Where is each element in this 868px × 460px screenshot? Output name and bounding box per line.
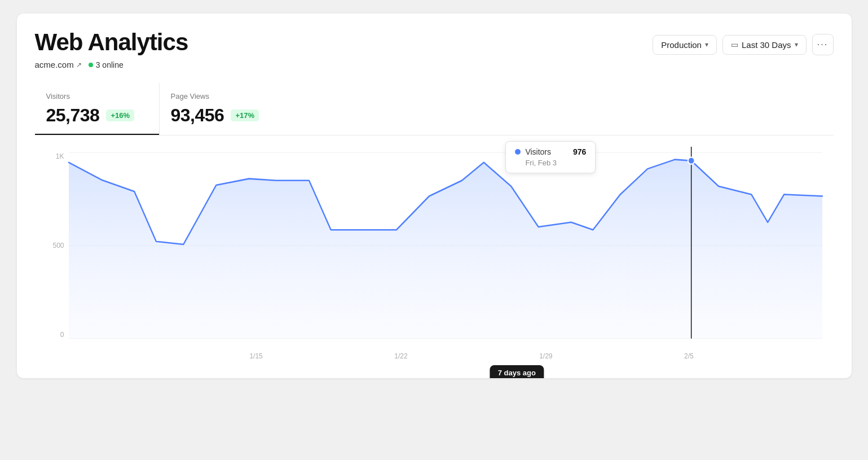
date-range-chevron-icon: ▾ (795, 41, 798, 49)
page-title: Web Analytics (35, 29, 188, 55)
visitors-tab[interactable]: Visitors 25,738 +16% (35, 83, 159, 135)
x-label-25: 2/5 (684, 352, 694, 360)
tooltip-days: 7 days ago (498, 369, 536, 377)
online-dot-icon (89, 63, 93, 67)
visitors-label: Visitors (46, 92, 141, 100)
date-range-dropdown[interactable]: ▭ Last 30 Days ▾ (722, 35, 807, 55)
svg-marker-3 (69, 160, 822, 339)
page-views-value: 93,456 (171, 105, 224, 126)
x-label-129: 1/29 (539, 352, 552, 360)
chart-svg (69, 147, 822, 344)
site-name: acme.com (35, 60, 74, 69)
stats-tabs: Visitors 25,738 +16% Page Views 93,456 +… (35, 83, 834, 135)
page-views-label: Page Views (171, 92, 266, 100)
chart-area: 1K 500 0 (69, 147, 822, 344)
production-dropdown[interactable]: Production ▾ (653, 35, 717, 55)
header-left: Web Analytics acme.com ↗ 3 online (35, 29, 188, 81)
site-link[interactable]: acme.com ↗ (35, 60, 82, 69)
visitors-value: 25,738 (46, 105, 100, 126)
calendar-icon: ▭ (731, 40, 738, 49)
subtitle-row: acme.com ↗ 3 online (35, 60, 188, 69)
online-badge: 3 online (89, 60, 124, 69)
page-header: Web Analytics acme.com ↗ 3 online Produc… (35, 29, 834, 81)
header-right: Production ▾ ▭ Last 30 Days ▾ ··· (653, 29, 833, 55)
online-count: 3 online (96, 60, 124, 69)
analytics-page: Web Analytics acme.com ↗ 3 online Produc… (17, 14, 852, 378)
page-views-value-row: 93,456 +17% (171, 105, 266, 126)
production-chevron-icon: ▾ (705, 41, 708, 49)
page-views-badge: +17% (231, 109, 259, 121)
external-link-icon: ↗ (76, 61, 82, 69)
production-label: Production (661, 40, 702, 50)
y-label-1k: 1K (42, 152, 64, 160)
page-views-tab[interactable]: Page Views 93,456 +17% (160, 83, 284, 135)
chart-container: 1K 500 0 (35, 135, 834, 378)
x-label-115: 1/15 (249, 352, 262, 360)
y-axis: 1K 500 0 (42, 147, 64, 344)
more-options-icon: ··· (817, 40, 828, 50)
x-label-122: 1/22 (394, 352, 407, 360)
x-axis: 1/15 1/22 1/29 2/5 (69, 352, 822, 360)
y-label-0: 0 (42, 331, 64, 339)
tooltip-datestr: Fri, Feb 3 (498, 377, 536, 378)
x-date-tooltip: 7 days ago Fri, Feb 3 (490, 365, 544, 378)
visitors-badge: +16% (106, 109, 134, 121)
more-options-button[interactable]: ··· (812, 34, 834, 55)
date-range-label: Last 30 Days (742, 40, 791, 50)
visitors-value-row: 25,738 +16% (46, 105, 141, 126)
tooltip-dot-chart (688, 157, 694, 164)
y-label-500: 500 (42, 242, 64, 249)
